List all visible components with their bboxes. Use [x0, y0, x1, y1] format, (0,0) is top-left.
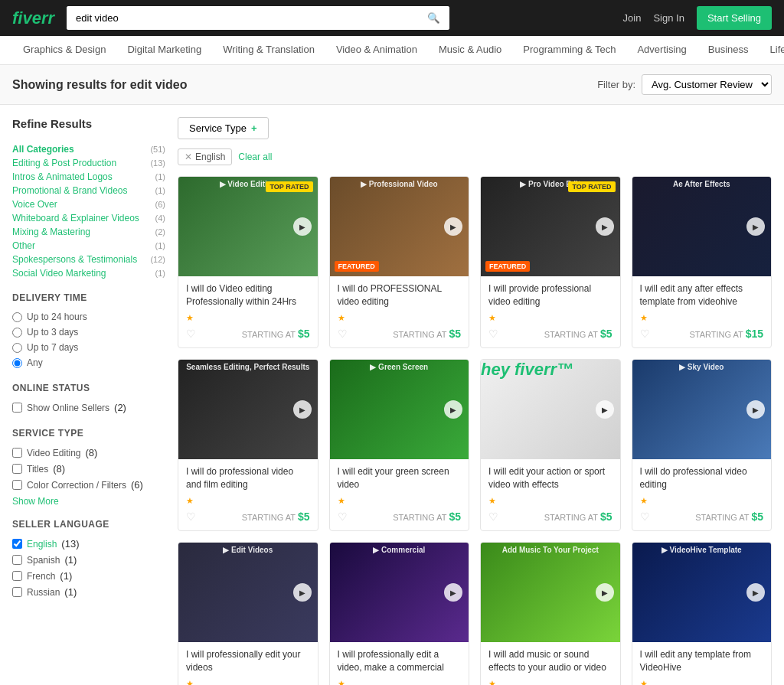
- service-cb-0[interactable]: [12, 448, 22, 458]
- delivery-input-3[interactable]: [12, 358, 22, 368]
- sidebar-item-cat-9[interactable]: Social Video Marketing(1): [12, 266, 165, 280]
- sidebar-item-cat-1[interactable]: Editing & Post Production(13): [12, 156, 165, 170]
- service-cb-1[interactable]: [12, 464, 22, 474]
- lang-item-1[interactable]: Spanish(1): [12, 552, 165, 568]
- nav-item-business[interactable]: Business: [697, 36, 760, 64]
- heart-icon-2[interactable]: ♡: [488, 328, 498, 340]
- nav-item-graphics---design[interactable]: Graphics & Design: [12, 36, 116, 64]
- remove-english-icon[interactable]: ✕: [185, 152, 192, 162]
- delivery-radio-3[interactable]: Any: [12, 355, 165, 370]
- cat-link-5[interactable]: Whiteboard & Explainer Videos: [12, 213, 139, 223]
- service-cb-2[interactable]: [12, 480, 22, 490]
- gig-card-6[interactable]: hey fiverr™ ▶ I will edit your action or…: [480, 359, 621, 531]
- gig-title-7: I will do professional video editing: [640, 465, 764, 491]
- online-sellers-input[interactable]: [12, 403, 22, 413]
- search-button[interactable]: 🔍: [418, 6, 449, 30]
- nav-item-programming---tech[interactable]: Programming & Tech: [512, 36, 626, 64]
- gig-card-3[interactable]: Ae After Effects ▶ I will edit any after…: [632, 176, 773, 348]
- online-sellers-checkbox[interactable]: Show Online Sellers (2): [12, 400, 165, 416]
- play-button-3[interactable]: ▶: [746, 217, 765, 236]
- play-button-10[interactable]: ▶: [596, 583, 614, 602]
- delivery-radio-0[interactable]: Up to 24 hours: [12, 309, 165, 325]
- heart-icon-1[interactable]: ♡: [338, 328, 348, 340]
- filter-select[interactable]: Avg. Customer Review: [642, 74, 772, 95]
- gig-card-0[interactable]: ▶ Video Editing TOP RATED ▶ I will do Vi…: [178, 176, 318, 348]
- gig-card-9[interactable]: ▶ Commercial ▶ I will professionally edi…: [329, 542, 470, 685]
- gig-title-10: I will add music or sound effects to you…: [488, 648, 612, 674]
- heart-icon-6[interactable]: ♡: [488, 510, 498, 523]
- lang-cb-0[interactable]: [12, 539, 22, 549]
- delivery-input-0[interactable]: [12, 312, 22, 322]
- nav-item-advertising[interactable]: Advertising: [626, 36, 697, 64]
- gig-card-1[interactable]: ▶ Professional Video FEATURED ▶ I will d…: [329, 176, 470, 348]
- delivery-radio-2[interactable]: Up to 7 days: [12, 340, 165, 355]
- delivery-radio-1[interactable]: Up to 3 days: [12, 325, 165, 340]
- play-button-1[interactable]: ▶: [444, 217, 462, 236]
- nav-item-video---animation[interactable]: Video & Animation: [325, 36, 428, 64]
- sidebar-item-cat-6[interactable]: Mixing & Mastering(2): [12, 225, 165, 239]
- filter-label: Filter by:: [597, 79, 635, 90]
- sidebar-item-cat-0[interactable]: All Categories(51): [12, 142, 165, 156]
- heart-icon-0[interactable]: ♡: [186, 328, 196, 340]
- cat-link-8[interactable]: Spokespersons & Testimonials: [12, 254, 137, 265]
- lang-item-3[interactable]: Russian(1): [12, 584, 165, 600]
- heart-icon-7[interactable]: ♡: [640, 510, 650, 523]
- play-button-4[interactable]: ▶: [293, 400, 312, 419]
- service-type-button[interactable]: Service Type +: [178, 117, 269, 139]
- gig-card-8[interactable]: ▶ Edit Videos ▶ I will professionally ed…: [178, 542, 318, 685]
- cat-link-4[interactable]: Voice Over: [12, 199, 57, 210]
- cat-link-2[interactable]: Intros & Animated Logos: [12, 171, 113, 182]
- search-input[interactable]: [67, 6, 418, 30]
- play-button-8[interactable]: ▶: [293, 583, 312, 602]
- heart-icon-3[interactable]: ♡: [640, 328, 650, 340]
- start-selling-button[interactable]: Start Selling: [697, 6, 772, 30]
- nav-item-writing---translation[interactable]: Writing & Translation: [212, 36, 325, 64]
- signin-link[interactable]: Sign In: [653, 12, 684, 24]
- gig-thumb-10: Add Music To Your Project ▶: [481, 543, 620, 642]
- show-more-link[interactable]: Show More: [12, 496, 165, 507]
- lang-cb-1[interactable]: [12, 555, 22, 565]
- play-button-2[interactable]: ▶: [596, 217, 614, 236]
- play-button-0[interactable]: ▶: [293, 217, 312, 236]
- nav-item-digital-marketing[interactable]: Digital Marketing: [116, 36, 212, 64]
- heart-icon-5[interactable]: ♡: [338, 510, 348, 523]
- lang-item-2[interactable]: French(1): [12, 568, 165, 584]
- gig-card-5[interactable]: ▶ Green Screen ▶ I will edit your green …: [329, 359, 470, 531]
- sidebar-item-cat-7[interactable]: Other(1): [12, 239, 165, 253]
- cat-link-1[interactable]: Editing & Post Production: [12, 158, 116, 168]
- heart-icon-4[interactable]: ♡: [186, 510, 196, 523]
- gig-card-4[interactable]: Seamless Editing, Perfect Results ▶ I wi…: [178, 359, 318, 531]
- service-item-1[interactable]: Titles(8): [12, 461, 165, 477]
- cat-link-7[interactable]: Other: [12, 240, 35, 251]
- delivery-input-2[interactable]: [12, 343, 22, 353]
- nav-item-lifestyle[interactable]: Lifestyle: [760, 36, 784, 64]
- sidebar-item-cat-2[interactable]: Intros & Animated Logos(1): [12, 170, 165, 184]
- gig-card-10[interactable]: Add Music To Your Project ▶ I will add m…: [480, 542, 621, 685]
- cat-link-3[interactable]: Promotional & Brand Videos: [12, 185, 128, 196]
- clear-all-link[interactable]: Clear all: [238, 152, 272, 162]
- play-button-11[interactable]: ▶: [746, 583, 765, 602]
- lang-cb-3[interactable]: [12, 587, 22, 597]
- delivery-input-1[interactable]: [12, 328, 22, 338]
- cat-link-0[interactable]: All Categories: [12, 144, 74, 155]
- lang-item-0[interactable]: English(13): [12, 536, 165, 552]
- play-button-6[interactable]: ▶: [596, 400, 614, 419]
- sidebar-item-cat-3[interactable]: Promotional & Brand Videos(1): [12, 184, 165, 197]
- gig-card-7[interactable]: ▶ Sky Video ▶ I will do professional vid…: [632, 359, 773, 531]
- service-item-2[interactable]: Color Correction / Filters(6): [12, 477, 165, 493]
- sidebar-item-cat-8[interactable]: Spokespersons & Testimonials(12): [12, 253, 165, 266]
- gig-card-11[interactable]: ▶ VideoHive Template ▶ I will edit any t…: [632, 542, 773, 685]
- nav-item-music---audio[interactable]: Music & Audio: [428, 36, 512, 64]
- play-button-7[interactable]: ▶: [746, 400, 765, 419]
- cat-link-9[interactable]: Social Video Marketing: [12, 268, 106, 279]
- gig-thumb-11: ▶ VideoHive Template ▶: [632, 543, 772, 642]
- join-link[interactable]: Join: [623, 12, 642, 24]
- service-item-0[interactable]: Video Editing(8): [12, 445, 165, 461]
- play-button-9[interactable]: ▶: [444, 583, 462, 602]
- sidebar-item-cat-5[interactable]: Whiteboard & Explainer Videos(4): [12, 211, 165, 225]
- gig-card-2[interactable]: ▶ Pro Video Edit TOP RATEDFEATURED ▶ I w…: [480, 176, 621, 348]
- lang-cb-2[interactable]: [12, 571, 22, 581]
- play-button-5[interactable]: ▶: [444, 400, 462, 419]
- sidebar-item-cat-4[interactable]: Voice Over(6): [12, 197, 165, 211]
- cat-link-6[interactable]: Mixing & Mastering: [12, 227, 90, 237]
